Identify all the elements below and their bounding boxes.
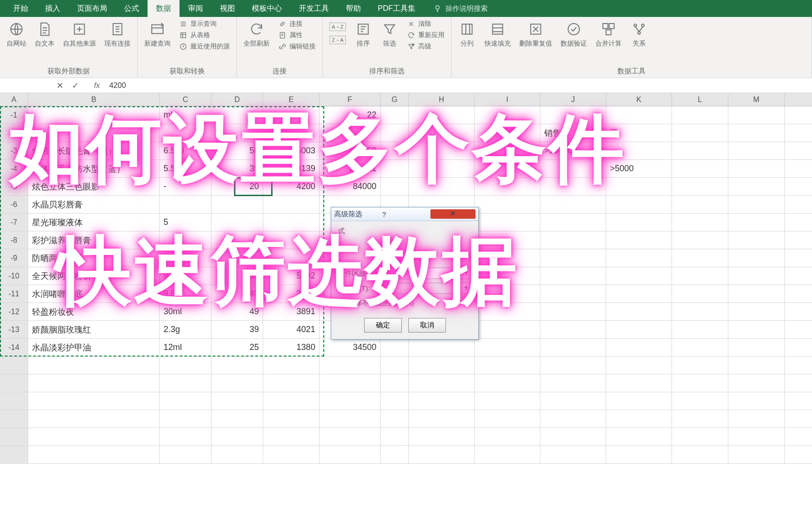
cell[interactable] — [409, 106, 475, 124]
cell[interactable] — [672, 303, 728, 320]
confirm-icon[interactable]: ✓ — [72, 80, 79, 91]
cell[interactable] — [606, 196, 672, 213]
cell[interactable] — [320, 374, 381, 392]
table-row[interactable]: -2销售量 — [0, 124, 812, 142]
cell[interactable]: 9g — [160, 267, 211, 285]
cell[interactable] — [160, 357, 211, 374]
cell[interactable]: 12ml — [160, 339, 211, 356]
cell[interactable]: 量 — [606, 124, 672, 142]
criteria-range-input[interactable] — [384, 268, 457, 279]
cell[interactable] — [475, 357, 540, 374]
cell[interactable] — [409, 142, 475, 159]
cell[interactable] — [409, 392, 475, 410]
cell[interactable]: 45 — [211, 285, 263, 302]
cell[interactable] — [381, 374, 409, 392]
cell[interactable] — [672, 392, 728, 410]
cell[interactable]: 3636 — [263, 285, 320, 302]
cell[interactable]: -11 — [0, 285, 28, 302]
tab-review[interactable]: 审阅 — [180, 0, 211, 17]
cell[interactable]: 4200 — [263, 178, 320, 195]
cell[interactable]: 娇颜胭脂玫瑰红 — [28, 321, 160, 338]
cell[interactable] — [540, 303, 606, 320]
cell[interactable] — [606, 374, 672, 392]
cell[interactable] — [381, 357, 409, 374]
cell[interactable] — [728, 285, 785, 302]
cell[interactable] — [672, 410, 728, 428]
btn-recent-sources[interactable]: 最近使用的源 — [176, 41, 233, 52]
cell[interactable]: -3 — [0, 142, 28, 159]
cell[interactable]: -5 — [0, 178, 28, 195]
table-row[interactable] — [0, 410, 812, 428]
cell[interactable] — [160, 249, 211, 267]
cell[interactable]: 3891 — [263, 303, 320, 320]
cell[interactable]: 39 — [211, 321, 263, 338]
tab-templates[interactable]: 模板中心 — [243, 0, 290, 17]
cell[interactable] — [606, 410, 672, 428]
cell[interactable] — [211, 428, 263, 445]
cell[interactable] — [211, 231, 263, 249]
cell[interactable] — [672, 196, 728, 213]
cell[interactable] — [28, 392, 160, 410]
cell[interactable] — [540, 106, 606, 124]
tell-me-search[interactable]: 操作说明搜索 — [433, 4, 488, 13]
copyto-range-input[interactable] — [384, 283, 457, 294]
cell[interactable] — [606, 392, 672, 410]
cell[interactable]: 水晶贝彩唇膏 — [28, 196, 160, 213]
cell[interactable] — [381, 339, 409, 356]
cell[interactable] — [540, 196, 606, 213]
btn-properties[interactable]: 属性 — [275, 30, 319, 40]
cell[interactable] — [320, 392, 381, 410]
tab-home[interactable]: 开始 — [5, 0, 37, 17]
cell[interactable] — [381, 142, 409, 159]
cell[interactable] — [28, 428, 160, 445]
btn-sort-za[interactable]: Z→A — [327, 35, 349, 45]
cell[interactable] — [263, 392, 320, 410]
col-header[interactable]: F — [320, 93, 381, 106]
cell[interactable] — [728, 214, 785, 231]
cell[interactable]: 5902 — [263, 267, 320, 285]
col-header[interactable]: H — [409, 93, 475, 106]
formula-input[interactable] — [105, 81, 812, 90]
btn-advanced[interactable]: 高级 — [404, 41, 447, 52]
cancel-button[interactable]: 取消 — [408, 318, 446, 333]
cell[interactable] — [728, 339, 785, 356]
cell[interactable]: -7 — [0, 214, 28, 231]
cell[interactable] — [606, 303, 672, 320]
cell[interactable]: 5 — [160, 214, 211, 231]
tab-layout[interactable]: 页面布局 — [69, 0, 116, 17]
cell[interactable] — [160, 196, 211, 213]
btn-from-table[interactable]: 从表格 — [176, 30, 233, 40]
cell[interactable] — [672, 357, 728, 374]
cell[interactable] — [160, 392, 211, 410]
cell[interactable] — [672, 339, 728, 356]
cell[interactable]: 39 — [211, 160, 263, 177]
cell[interactable] — [263, 214, 320, 231]
table-row[interactable]: -1ml22 — [0, 106, 812, 124]
cell[interactable] — [320, 446, 381, 463]
cell[interactable] — [728, 321, 785, 338]
col-header[interactable]: D — [211, 93, 263, 106]
range-picker-icon[interactable] — [461, 283, 472, 294]
cell[interactable] — [211, 196, 263, 213]
cell[interactable] — [728, 160, 785, 177]
tab-dev[interactable]: 开发工具 — [290, 0, 337, 17]
cell[interactable] — [263, 410, 320, 428]
cell[interactable] — [263, 124, 320, 142]
cell[interactable] — [672, 214, 728, 231]
cell[interactable] — [320, 124, 381, 142]
cell[interactable]: 22 — [320, 106, 381, 124]
table-row[interactable] — [0, 446, 812, 464]
cell[interactable]: 250150 — [320, 142, 381, 159]
cell[interactable] — [160, 410, 211, 428]
cell[interactable] — [728, 249, 785, 267]
cell[interactable]: 69 — [211, 267, 263, 285]
cell[interactable] — [475, 106, 540, 124]
close-icon[interactable]: ✕ — [430, 209, 476, 219]
btn-existing-conn[interactable]: 现有连接 — [102, 19, 133, 50]
cell[interactable] — [672, 178, 728, 195]
cell[interactable]: 炫色立体三色眼影 — [28, 178, 160, 195]
cell[interactable] — [211, 124, 263, 142]
cell[interactable]: ml — [160, 106, 211, 124]
cell[interactable] — [540, 374, 606, 392]
cell[interactable] — [263, 106, 320, 124]
